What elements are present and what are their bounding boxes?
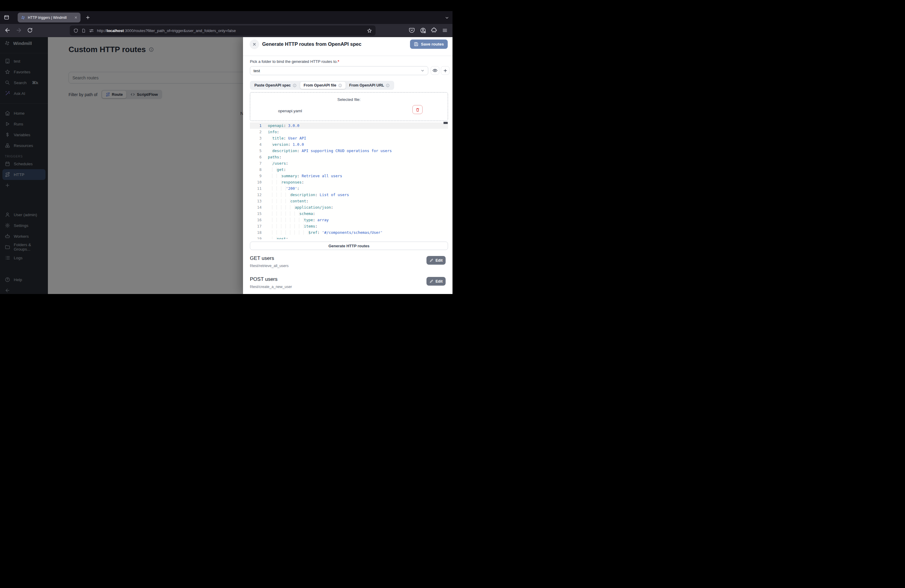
tab-from-openapi-url[interactable]: From OpenAPI URL [346, 82, 394, 89]
permissions-sliders-icon[interactable] [89, 28, 94, 33]
line-number: 6 [250, 154, 262, 160]
selected-file-label: Selected file: [250, 97, 448, 102]
menu-hamburger-icon[interactable] [442, 27, 448, 33]
spec-source-tabs: Paste OpenAPI specFrom OpenAPI fileFrom … [250, 81, 394, 90]
url-text: http://localhost:3000/routes?filter_path… [97, 29, 364, 33]
line-number: 14 [250, 204, 262, 210]
window-titlebar [0, 0, 452, 11]
code-line: 4 version: 1.0.0 [250, 141, 448, 148]
folder-picker-label: Pick a folder to bind the generated HTTP… [250, 59, 339, 64]
info-icon [338, 84, 342, 87]
pencil-icon [429, 258, 433, 262]
line-number: 13 [250, 198, 262, 204]
tab-paste-openapi-spec[interactable]: Paste OpenAPI spec [251, 82, 300, 89]
code-line: 11 '200': [250, 185, 448, 192]
generate-routes-button[interactable]: Generate HTTP routes [250, 242, 448, 250]
web-page: Windmill testFavoritesSearch⌘kAsk AI Hom… [0, 37, 452, 294]
line-content: title: User API [262, 135, 306, 141]
required-asterisk: * [338, 59, 339, 64]
page-info-icon[interactable] [81, 29, 86, 33]
route-path: f/test/retrieve_all_users [250, 264, 289, 268]
line-number: 7 [250, 160, 262, 167]
folder-select-value: test [254, 68, 260, 73]
line-content: responses: [262, 179, 304, 185]
line-content: info: [262, 129, 279, 135]
route-path: f/test/create_a_new_user [250, 285, 292, 289]
line-content: get: [262, 167, 286, 173]
screen: HTTP triggers | Windmill [0, 0, 452, 294]
pocket-icon[interactable] [409, 27, 415, 33]
tab-label: Paste OpenAPI spec [254, 83, 291, 87]
line-content: items: [262, 223, 318, 229]
edit-route-button[interactable]: Edit [427, 277, 446, 286]
add-folder-button[interactable] [441, 66, 449, 75]
line-number: 17 [250, 223, 262, 229]
firefox-view-icon[interactable] [3, 14, 10, 21]
list-tabs-chevron-icon[interactable] [445, 16, 449, 20]
line-content: description: API supporting CRUD operati… [262, 148, 392, 154]
code-line: 19 post: [250, 236, 448, 239]
generated-route-row: POST usersf/test/create_a_new_userEdit [250, 275, 448, 294]
drawer-close-button[interactable] [249, 40, 259, 49]
account-icon[interactable] [420, 27, 426, 33]
info-icon [386, 84, 390, 87]
tab-close-icon[interactable] [74, 16, 78, 19]
code-line: 1openapi: 3.0.0 [250, 122, 448, 129]
line-content: $ref: '#/components/schemas/User' [262, 229, 383, 236]
code-line: 5 description: API supporting CRUD opera… [250, 148, 448, 154]
line-content: type: array [262, 217, 329, 223]
forward-icon[interactable] [16, 27, 22, 33]
code-line: 18 $ref: '#/components/schemas/User' [250, 229, 448, 236]
browser-tab[interactable]: HTTP triggers | Windmill [17, 13, 81, 22]
save-routes-button[interactable]: Save routes [410, 40, 448, 49]
edit-button-label: Edit [435, 279, 443, 283]
edit-route-button[interactable]: Edit [427, 256, 446, 265]
url-host: localhost [107, 29, 124, 33]
code-line: 7 /users: [250, 160, 448, 167]
new-tab-icon[interactable] [85, 15, 90, 20]
line-content: paths: [262, 154, 281, 160]
extensions-puzzle-icon[interactable] [431, 27, 437, 33]
line-content: post: [262, 236, 288, 239]
url-bar[interactable]: http://localhost:3000/routes?filter_path… [70, 25, 376, 36]
code-line: 14 application/json: [250, 204, 448, 210]
editor-scrollbar-thumb[interactable] [443, 122, 448, 124]
tab-from-openapi-file[interactable]: From OpenAPI file [300, 82, 346, 89]
line-number: 15 [250, 210, 262, 217]
plus-icon [443, 68, 448, 73]
line-number: 11 [250, 185, 262, 192]
line-content: schema: [262, 210, 315, 217]
back-icon[interactable] [4, 27, 11, 33]
line-content: version: 1.0.0 [262, 141, 304, 148]
line-number: 16 [250, 217, 262, 223]
line-number: 9 [250, 173, 262, 179]
drawer-divider [243, 56, 452, 56]
modal-overlay[interactable] [0, 37, 243, 294]
code-line: 12 description: List of users [250, 192, 448, 198]
bookmark-star-icon[interactable] [367, 28, 372, 33]
selected-file-box: Selected file: openapi.yaml [250, 92, 448, 121]
generated-routes-list: GET usersf/test/retrieve_all_usersEditPO… [250, 254, 448, 294]
close-icon [252, 42, 256, 46]
shield-icon[interactable] [73, 28, 78, 33]
line-content: application/json: [262, 204, 333, 210]
openapi-code-editor[interactable]: 1openapi: 3.0.02info:3 title: User API4 … [250, 122, 448, 239]
selected-file-name: openapi.yaml [278, 109, 302, 113]
folder-select[interactable]: test [250, 66, 428, 75]
remove-file-button[interactable] [413, 105, 422, 114]
code-line: 17 items: [250, 223, 448, 229]
reload-icon[interactable] [27, 27, 33, 33]
code-line: 16 type: array [250, 217, 448, 223]
tab-strip: HTTP triggers | Windmill [0, 11, 452, 24]
line-number: 19 [250, 236, 262, 239]
code-line: 9 summary: Retrieve all users [250, 173, 448, 179]
drawer-title: Generate HTTP routes from OpenAPI spec [262, 41, 362, 47]
line-number: 8 [250, 167, 262, 173]
chevron-down-icon [421, 68, 425, 73]
line-number: 5 [250, 148, 262, 154]
line-content: /users: [262, 160, 288, 167]
route-title: POST users [250, 277, 278, 282]
line-content: content: [262, 198, 308, 204]
view-folder-button[interactable] [431, 66, 439, 75]
route-title: GET users [250, 255, 274, 261]
